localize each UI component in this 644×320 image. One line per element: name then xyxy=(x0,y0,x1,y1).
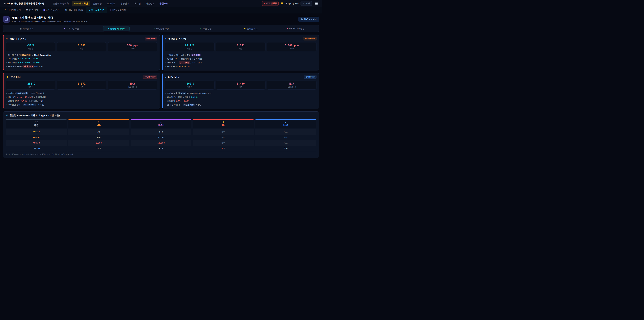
substance-title: 암모니아 (NH₃) xyxy=(10,37,26,40)
stat-value: N/A xyxy=(268,82,316,85)
section-tab-label: 시스템 개요 xyxy=(23,27,33,30)
droplet-icon: ● xyxy=(165,38,166,40)
card-bullet-list: 수용성 → 해수 용해 + 증발 복합 거동인화점 11°C → 상온에서 증기… xyxy=(165,53,316,69)
section-tab-inner: ⚡실시간 비교 xyxy=(241,26,260,31)
brand[interactable]: Wing 해양환경 위기대응 통합시스템 xyxy=(3,2,44,5)
table-row-label: AEGL-3 xyxy=(6,140,67,146)
table-header-label: MeOH xyxy=(132,124,190,126)
section-tab-inner: ▦시스템 개요 xyxy=(17,26,36,31)
stat-box: 0.450비중 xyxy=(216,81,266,90)
bullet-highlight: m = 0.0182t - 0.0112 xyxy=(18,62,40,64)
table-header-label: H₂ xyxy=(194,124,253,126)
bolt-icon: ⚡ xyxy=(6,76,9,78)
table-cell: 30 xyxy=(68,129,129,135)
card-bullet: 해수면 Pool 형성 → 기화율 0.025t xyxy=(165,95,316,99)
subnav-tab[interactable]: ✎대기확산 분석 xyxy=(2,7,23,13)
cloud-icon: ☁ xyxy=(153,28,155,30)
subnav-tab[interactable]: ∿확산모델 이론 xyxy=(86,7,107,13)
section-tab-inner: ✎물질별 시나리오 xyxy=(103,26,130,31)
table-cell: N/A xyxy=(193,129,254,135)
bullet-text: → 급속 상승 확산 xyxy=(28,92,44,94)
bullet-highlight: 4.0% ~ 75.0% xyxy=(17,96,30,98)
top-nav-item[interactable]: 기상정보 xyxy=(144,1,156,6)
table-cell: N/A xyxy=(193,135,254,140)
bullet-text: 인화점 xyxy=(167,58,174,60)
bullet-text: 후 상승 xyxy=(195,104,202,106)
stat-value: 6,000 ppm xyxy=(268,44,316,47)
section-tab[interactable]: ➤WRF-Chem 발전 xyxy=(273,26,318,31)
top-nav-item[interactable]: 항공탐색 xyxy=(118,1,131,6)
stat-label: IDLH xyxy=(109,48,156,50)
section-tab-label: 실시간 비교 xyxy=(247,27,258,30)
card-bullet: 2D 기화율: m = 0.0168t - 0.01 xyxy=(6,57,157,61)
top-nav-item[interactable]: 통합조회 xyxy=(158,1,170,6)
stat-row: -253°C비등점0.071비중N/AIDLH(질식) xyxy=(6,81,157,90)
brand-logo-text: Wing xyxy=(7,2,13,5)
card-bullet: 극저온 유출 시 RPT(Rapid Phase Transition) 발생 xyxy=(165,92,316,95)
top-nav-item[interactable]: 게시판 xyxy=(132,1,143,6)
logout-button[interactable]: 로그아웃 xyxy=(300,1,312,6)
stat-label: IDLH(질식) xyxy=(268,86,316,88)
subnav-tab[interactable]: ▣시나리오 관리 xyxy=(41,7,62,13)
table-title-row: 물질별 AEGL/ERPG 기준 비교 (ppm, 1시간 노출) xyxy=(6,114,316,117)
section-tab-inner: ✔모델 검증 xyxy=(198,26,214,31)
main-content: HNS 대기확산 모델 이론 및 검증 WRF-Chem · Gaussian … xyxy=(0,14,322,162)
wing-logo-icon xyxy=(3,2,6,5)
stat-box: 6,000 ppmIDLH xyxy=(267,42,316,51)
section-tab[interactable]: ✔모델 검증 xyxy=(184,26,228,31)
top-nav-item[interactable]: 긴급구난 xyxy=(91,1,104,6)
section-tab[interactable]: ⚡실시간 비교 xyxy=(228,26,273,31)
section-tab[interactable]: ✎물질별 시나리오 xyxy=(94,26,138,31)
stat-row: -162°C비등점0.450비중N/AIDLH(질식) xyxy=(165,81,316,90)
subnav-tab-label: HNS 물질정보 xyxy=(112,9,126,12)
section-tab-label: 모델 검증 xyxy=(203,27,212,30)
bullet-highlight: 감지 어려움 xyxy=(178,61,190,64)
bullet-highlight: BLEVE/VCE xyxy=(23,104,36,106)
bullet-text: 무색·무취 → xyxy=(167,62,178,64)
substance-card: ●LNG (CH₄)인화성 ★★-162°C비등점0.450비중N/AIDLH(… xyxy=(162,73,319,109)
table-header-cell: ●LNG xyxy=(255,119,316,128)
table-cell: 6.0 xyxy=(131,146,192,151)
folder-icon: ▣ xyxy=(43,9,45,11)
section-tab-bar: ▦시스템 개요●가우시안 모델✎물질별 시나리오☁해양환경 보정✔모델 검증⚡실… xyxy=(3,25,319,32)
section-tab-label: WRF-Chem 발전 xyxy=(289,27,304,30)
card-bullet: Puff 모델 필수 → BLEVE/VCE 시나리오 xyxy=(6,103,157,107)
section-tab[interactable]: ●가우시안 모델 xyxy=(49,26,94,31)
table-header-cell: ●MeOH xyxy=(131,119,192,128)
card-bullet: 인화점 11°C → 상온에서 증기 인화 위험 xyxy=(165,57,316,61)
bullet-text: Puff 모델 필수 → xyxy=(8,104,23,106)
check-icon: ✔ xyxy=(200,28,202,30)
hamburger-icon xyxy=(315,3,318,5)
bullet-text: 공기보다 xyxy=(8,92,16,94)
card-bullet-list: 해수면 유출 시 급속 기화 → Flash Evaporation2D 기화율… xyxy=(6,53,157,69)
section-tab[interactable]: ▦시스템 개요 xyxy=(4,26,49,31)
card-bullet: LFL~UFL: 6.0% ~ 36.5% xyxy=(165,65,316,69)
subnav-tab[interactable]: ✦HNS 물질정보 xyxy=(107,7,128,13)
table-cell: 15.0 xyxy=(68,146,129,151)
page-header: HNS 대기확산 모델 이론 및 검증 WRF-Chem · Gaussian … xyxy=(3,16,319,23)
top-nav-item[interactable]: 보고자료 xyxy=(105,1,118,6)
stat-value: -253°C xyxy=(7,82,54,85)
section-tab[interactable]: ☁해양환경 보정 xyxy=(138,26,183,31)
table-cell: 14,000 xyxy=(131,140,192,146)
hazard-badge: 폭발성 ★★★ xyxy=(143,75,157,79)
subnav-tab[interactable]: ▤분석 목록 xyxy=(24,7,40,13)
stat-box: 300 ppmIDLH xyxy=(108,42,157,51)
hamburger-menu-button[interactable] xyxy=(314,1,319,6)
model-theory-icon xyxy=(3,16,10,23)
top-nav-item[interactable]: 유출유 확산예측 xyxy=(51,1,71,6)
subnav-tab[interactable]: ▥HNS 대응매뉴얼 xyxy=(62,7,86,13)
top-nav-item[interactable]: HNS·대기확산 xyxy=(72,1,90,6)
chart-icon: ∿ xyxy=(88,9,90,11)
stat-value: 300 ppm xyxy=(109,44,156,47)
section-tab-inner: ☁해양환경 보정 xyxy=(150,26,171,31)
notification-bell-icon[interactable] xyxy=(280,2,284,5)
bullet-text: 독성 구름 풍하측 xyxy=(8,66,23,68)
main-nav: 유출유 확산예측HNS·대기확산긴급구난보고자료항공탐색게시판기상정보통합조회 xyxy=(51,1,170,6)
section-tab-inner: ●가우시안 모델 xyxy=(62,26,81,31)
table-cell: 670 xyxy=(131,129,192,135)
stat-box: 64.7°C비등점 xyxy=(165,42,214,51)
pdf-export-button[interactable]: PDF 내보내기 xyxy=(298,17,319,22)
page-header-text: HNS 대기확산 모델 이론 및 검증 WRF-Chem · Gaussian … xyxy=(12,16,88,23)
table-cell: 4.0 xyxy=(193,146,254,151)
